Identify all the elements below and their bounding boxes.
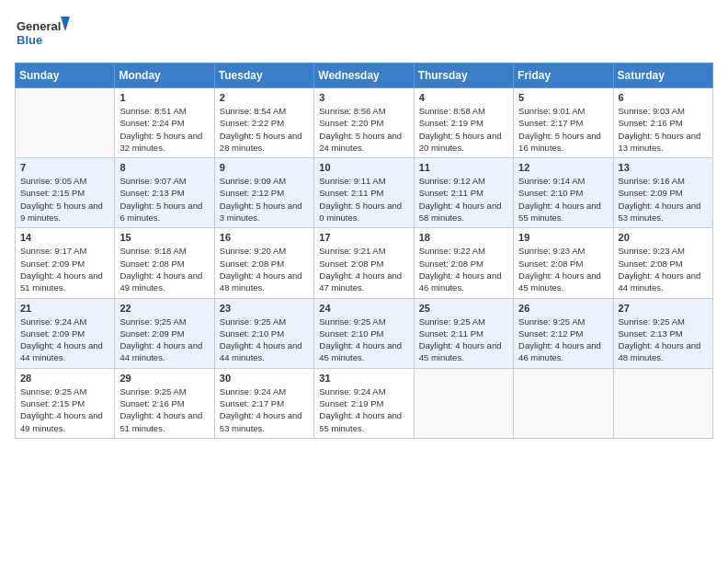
day-number: 29 <box>119 373 209 384</box>
day-detail: Sunrise: 9:16 AMSunset: 2:09 PMDaylight:… <box>619 175 708 224</box>
day-detail: Sunrise: 8:56 AMSunset: 2:20 PMDaylight:… <box>319 105 408 154</box>
day-detail: Sunrise: 9:01 AMSunset: 2:17 PMDaylight:… <box>518 105 608 154</box>
day-detail: Sunrise: 9:25 AMSunset: 2:11 PMDaylight:… <box>419 316 508 364</box>
day-detail: Sunrise: 9:25 AMSunset: 2:13 PMDaylight:… <box>619 316 708 364</box>
calendar-day-cell: 29Sunrise: 9:25 AMSunset: 2:16 PMDayligh… <box>115 368 214 438</box>
calendar-week-row: 28Sunrise: 9:25 AMSunset: 2:15 PMDayligh… <box>16 368 713 438</box>
calendar-day-cell: 13Sunrise: 9:16 AMSunset: 2:09 PMDayligh… <box>613 158 712 228</box>
day-detail: Sunrise: 9:18 AMSunset: 2:08 PMDaylight:… <box>119 245 209 293</box>
day-number: 19 <box>518 232 608 243</box>
day-detail: Sunrise: 9:25 AMSunset: 2:15 PMDaylight:… <box>20 385 109 434</box>
calendar-day-cell: 28Sunrise: 9:25 AMSunset: 2:15 PMDayligh… <box>16 368 115 438</box>
calendar-week-row: 7Sunrise: 9:05 AMSunset: 2:15 PMDaylight… <box>16 158 713 228</box>
calendar-day-cell: 9Sunrise: 9:09 AMSunset: 2:12 PMDaylight… <box>214 158 313 228</box>
calendar-day-cell <box>514 368 613 438</box>
day-number: 31 <box>319 373 408 384</box>
svg-marker-2 <box>61 17 70 31</box>
day-detail: Sunrise: 9:25 AMSunset: 2:12 PMDaylight:… <box>518 316 608 364</box>
day-detail: Sunrise: 9:23 AMSunset: 2:08 PMDaylight:… <box>518 245 608 293</box>
day-detail: Sunrise: 9:22 AMSunset: 2:08 PMDaylight:… <box>419 245 508 293</box>
calendar-day-cell: 17Sunrise: 9:21 AMSunset: 2:08 PMDayligh… <box>314 228 414 298</box>
header-monday: Monday <box>115 63 214 88</box>
day-number: 3 <box>319 92 408 103</box>
calendar-day-cell: 3Sunrise: 8:56 AMSunset: 2:20 PMDaylight… <box>314 88 414 158</box>
day-number: 18 <box>419 232 508 243</box>
calendar-day-cell: 21Sunrise: 9:24 AMSunset: 2:09 PMDayligh… <box>16 298 115 368</box>
calendar-day-cell: 16Sunrise: 9:20 AMSunset: 2:08 PMDayligh… <box>214 228 313 298</box>
day-number: 10 <box>319 162 408 173</box>
calendar-day-cell: 22Sunrise: 9:25 AMSunset: 2:09 PMDayligh… <box>115 298 214 368</box>
calendar-day-cell: 2Sunrise: 8:54 AMSunset: 2:22 PMDaylight… <box>214 88 313 158</box>
day-detail: Sunrise: 8:58 AMSunset: 2:19 PMDaylight:… <box>419 105 508 154</box>
day-number: 14 <box>20 232 109 243</box>
day-number: 8 <box>119 162 209 173</box>
day-detail: Sunrise: 9:12 AMSunset: 2:11 PMDaylight:… <box>419 175 508 224</box>
day-detail: Sunrise: 9:05 AMSunset: 2:15 PMDaylight:… <box>20 175 109 224</box>
day-number: 9 <box>220 162 309 173</box>
calendar-day-cell: 4Sunrise: 8:58 AMSunset: 2:19 PMDaylight… <box>414 88 513 158</box>
calendar-day-cell: 24Sunrise: 9:25 AMSunset: 2:10 PMDayligh… <box>314 298 414 368</box>
calendar-day-cell <box>414 368 513 438</box>
day-detail: Sunrise: 9:20 AMSunset: 2:08 PMDaylight:… <box>220 245 309 293</box>
day-number: 11 <box>419 162 508 173</box>
calendar-day-cell: 10Sunrise: 9:11 AMSunset: 2:11 PMDayligh… <box>314 158 414 228</box>
day-number: 21 <box>20 303 109 314</box>
day-number: 5 <box>518 92 608 103</box>
day-detail: Sunrise: 8:51 AMSunset: 2:24 PMDaylight:… <box>119 105 209 154</box>
calendar-week-row: 14Sunrise: 9:17 AMSunset: 2:09 PMDayligh… <box>16 228 713 298</box>
calendar-day-cell: 8Sunrise: 9:07 AMSunset: 2:13 PMDaylight… <box>115 158 214 228</box>
day-detail: Sunrise: 9:23 AMSunset: 2:08 PMDaylight:… <box>619 245 708 293</box>
day-detail: Sunrise: 9:11 AMSunset: 2:11 PMDaylight:… <box>319 175 408 224</box>
calendar-day-cell: 27Sunrise: 9:25 AMSunset: 2:13 PMDayligh… <box>613 298 712 368</box>
day-detail: Sunrise: 9:25 AMSunset: 2:10 PMDaylight:… <box>319 316 408 364</box>
header-tuesday: Tuesday <box>214 63 313 88</box>
day-detail: Sunrise: 9:24 AMSunset: 2:17 PMDaylight:… <box>220 385 309 434</box>
calendar-day-cell: 15Sunrise: 9:18 AMSunset: 2:08 PMDayligh… <box>115 228 214 298</box>
day-number: 30 <box>220 373 309 384</box>
day-detail: Sunrise: 9:24 AMSunset: 2:09 PMDaylight:… <box>20 316 109 364</box>
day-detail: Sunrise: 8:54 AMSunset: 2:22 PMDaylight:… <box>220 105 309 154</box>
day-detail: Sunrise: 9:21 AMSunset: 2:08 PMDaylight:… <box>319 245 408 293</box>
day-number: 7 <box>20 162 109 173</box>
day-number: 2 <box>220 92 309 103</box>
calendar-day-cell: 19Sunrise: 9:23 AMSunset: 2:08 PMDayligh… <box>514 228 613 298</box>
calendar-day-cell: 1Sunrise: 8:51 AMSunset: 2:24 PMDaylight… <box>115 88 214 158</box>
day-number: 23 <box>220 303 309 314</box>
header-wednesday: Wednesday <box>314 63 414 88</box>
header-friday: Friday <box>514 63 613 88</box>
calendar-day-cell: 31Sunrise: 9:24 AMSunset: 2:19 PMDayligh… <box>314 368 414 438</box>
calendar-day-cell: 20Sunrise: 9:23 AMSunset: 2:08 PMDayligh… <box>613 228 712 298</box>
calendar-day-cell: 23Sunrise: 9:25 AMSunset: 2:10 PMDayligh… <box>214 298 313 368</box>
day-detail: Sunrise: 9:25 AMSunset: 2:10 PMDaylight:… <box>220 316 309 364</box>
calendar-week-row: 1Sunrise: 8:51 AMSunset: 2:24 PMDaylight… <box>16 88 713 158</box>
page-header: GeneralBlue <box>15 15 713 52</box>
header-sunday: Sunday <box>16 63 115 88</box>
calendar-day-cell: 26Sunrise: 9:25 AMSunset: 2:12 PMDayligh… <box>514 298 613 368</box>
day-detail: Sunrise: 9:14 AMSunset: 2:10 PMDaylight:… <box>518 175 608 224</box>
day-number: 22 <box>119 303 209 314</box>
calendar-week-row: 21Sunrise: 9:24 AMSunset: 2:09 PMDayligh… <box>16 298 713 368</box>
header-saturday: Saturday <box>613 63 712 88</box>
day-number: 1 <box>119 92 209 103</box>
calendar-header-row: SundayMondayTuesdayWednesdayThursdayFrid… <box>16 63 713 88</box>
day-detail: Sunrise: 9:25 AMSunset: 2:09 PMDaylight:… <box>119 316 209 364</box>
svg-text:Blue: Blue <box>17 33 42 47</box>
svg-text:General: General <box>17 19 61 33</box>
day-number: 16 <box>220 232 309 243</box>
calendar-day-cell: 14Sunrise: 9:17 AMSunset: 2:09 PMDayligh… <box>16 228 115 298</box>
day-number: 12 <box>518 162 608 173</box>
calendar-table: SundayMondayTuesdayWednesdayThursdayFrid… <box>15 63 713 439</box>
calendar-day-cell: 30Sunrise: 9:24 AMSunset: 2:17 PMDayligh… <box>214 368 313 438</box>
calendar-day-cell: 25Sunrise: 9:25 AMSunset: 2:11 PMDayligh… <box>414 298 513 368</box>
calendar-day-cell: 11Sunrise: 9:12 AMSunset: 2:11 PMDayligh… <box>414 158 513 228</box>
calendar-day-cell: 6Sunrise: 9:03 AMSunset: 2:16 PMDaylight… <box>613 88 712 158</box>
day-number: 27 <box>619 303 708 314</box>
day-number: 17 <box>319 232 408 243</box>
calendar-day-cell: 18Sunrise: 9:22 AMSunset: 2:08 PMDayligh… <box>414 228 513 298</box>
day-number: 4 <box>419 92 508 103</box>
logo-svg: GeneralBlue <box>15 15 70 52</box>
calendar-day-cell <box>613 368 712 438</box>
calendar-day-cell: 7Sunrise: 9:05 AMSunset: 2:15 PMDaylight… <box>16 158 115 228</box>
day-detail: Sunrise: 9:24 AMSunset: 2:19 PMDaylight:… <box>319 385 408 434</box>
day-number: 13 <box>619 162 708 173</box>
